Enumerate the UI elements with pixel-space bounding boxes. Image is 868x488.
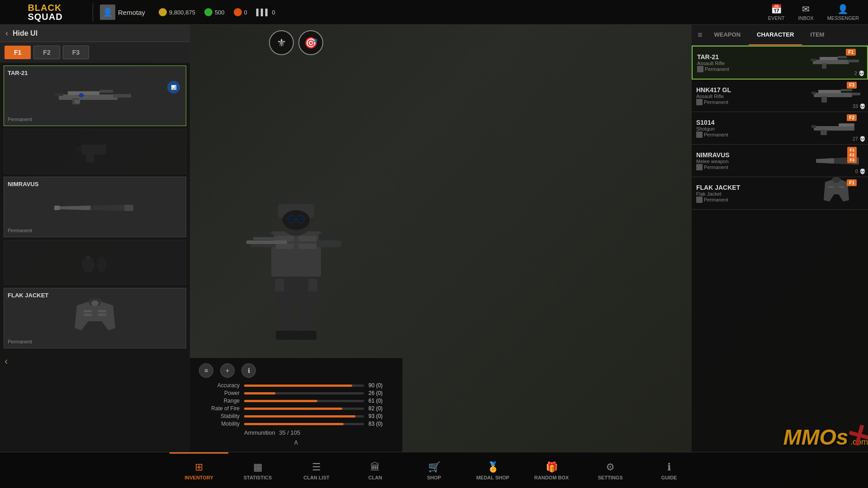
random-box-label: RANDOM BOX <box>534 475 569 480</box>
weapon-list-item[interactable]: NIMRAVUS Melee weapon Permanent F1F2F3 0… <box>692 145 868 177</box>
svg-rect-46 <box>296 331 316 340</box>
weapon-list-item[interactable]: S1014 Shotgun Permanent F2 27 💀 <box>692 112 868 145</box>
we-info: NIMRAVUS Melee weapon Permanent <box>696 151 809 170</box>
slot-tab-f1[interactable]: F1 <box>5 46 31 59</box>
weapon-list: TAR-21 Assault Rifle Permanent F1 2 💀 HN… <box>692 46 868 210</box>
stat-bar-fill <box>244 400 317 402</box>
weapon-list-item[interactable]: TAR-21 Assault Rifle Permanent F1 2 💀 <box>692 46 868 80</box>
stat-label: Stability <box>199 413 240 419</box>
stat-tab-list[interactable]: ≡ <box>199 363 213 378</box>
kill-count: 0 💀 <box>855 169 866 174</box>
top-bar: BLACK SQUAD 👤 Remotay 9,800,875 500 0 ▌▌… <box>0 0 868 25</box>
svg-rect-53 <box>811 59 816 61</box>
stat-value: 90 (0) <box>368 382 393 389</box>
we-name: TAR-21 <box>697 53 808 61</box>
left-bottom-back[interactable]: ‹ <box>0 351 190 372</box>
we-type: Assault Rifle <box>696 94 809 99</box>
kill-count-row: 2 💀 <box>854 70 865 76</box>
svg-rect-57 <box>841 89 852 91</box>
bn-settings[interactable]: ⚙ SETTINGS <box>581 452 640 488</box>
stat-bar-fill <box>244 392 275 394</box>
clan-label: CLAN <box>368 475 382 480</box>
scroll-arrow[interactable]: ∧ <box>199 438 393 446</box>
svg-rect-54 <box>848 60 859 62</box>
bn-clan-list[interactable]: ☰ CLAN LIST <box>287 452 346 488</box>
svg-rect-27 <box>298 236 316 241</box>
stat-row: Accuracy 90 (0) <box>199 382 393 389</box>
rp-tab-weapon[interactable]: WEAPON <box>706 25 749 45</box>
stat-value: 82 (0) <box>368 405 393 412</box>
slot-tab-f3[interactable]: F3 <box>63 46 89 59</box>
slot-tabs: F1 F2 F3 <box>0 42 190 63</box>
avatar: 👤 <box>100 5 115 20</box>
weapon-slot-nimravus[interactable]: NIMRAVUS Permanent <box>4 177 186 237</box>
medal-shop-icon: 🏅 <box>487 461 499 473</box>
event-icon: 📅 <box>771 4 782 14</box>
stat-tab-info[interactable]: ℹ <box>241 363 256 378</box>
svg-rect-63 <box>821 130 827 135</box>
bn-random-box[interactable]: 🎁 RANDOM BOX <box>522 452 581 488</box>
we-name: NIMRAVUS <box>696 151 809 159</box>
back-button[interactable]: ‹ <box>5 28 8 38</box>
weapon-list-item[interactable]: FLAK JACKET Flak Jacket Permanent F1 <box>692 177 868 210</box>
stat-tab-add[interactable]: + <box>220 363 235 378</box>
stat-bar-fill <box>244 408 342 410</box>
weapon-slot-tar21[interactable]: TAR-21 📊 Permanent <box>4 66 186 126</box>
messenger-button[interactable]: 👤 MESSENGER <box>827 4 859 21</box>
ws-nimravus-name: NIMRAVUS <box>8 181 182 188</box>
permanent-icon <box>696 131 703 138</box>
permanent-icon <box>697 66 703 72</box>
svg-rect-8 <box>75 100 80 103</box>
we-permanent: Permanent <box>696 164 809 170</box>
kill-count-row: 33 💀 <box>853 103 866 109</box>
weapon-list-item[interactable]: HNK417 GL Assault Rifle Permanent F3 33 … <box>692 80 868 112</box>
svg-rect-4 <box>54 93 63 96</box>
stat-value: 61 (0) <box>368 398 393 404</box>
we-info: S1014 Shotgun Permanent <box>696 119 809 138</box>
clan-list-icon: ☰ <box>312 461 321 473</box>
svg-rect-59 <box>811 92 816 94</box>
random-box-icon: 🎁 <box>546 461 558 473</box>
ws-image: 📊 <box>8 79 182 115</box>
rp-tab-item[interactable]: ITEM <box>802 25 832 45</box>
shop-label: SHOP <box>427 475 441 480</box>
kill-count: 27 💀 <box>853 136 866 142</box>
stat-bar-bg <box>244 423 364 425</box>
stat-rows: Accuracy 90 (0) Power 26 (0) Range 61 (0… <box>199 382 393 427</box>
ws-nimravus-permanent: Permanent <box>8 228 182 233</box>
bn-guide[interactable]: ℹ GUIDE <box>640 452 698 488</box>
svg-point-23 <box>91 300 99 306</box>
slot-tab-f2[interactable]: F2 <box>33 46 60 59</box>
inbox-icon: ✉ <box>802 4 810 14</box>
inbox-button[interactable]: ✉ INBOX <box>798 4 813 21</box>
stat-row: Power 26 (0) <box>199 390 393 396</box>
stat-value: 93 (0) <box>368 413 393 419</box>
character-svg <box>228 170 364 342</box>
char-badges: ⚜ 🎯 <box>269 25 323 61</box>
weapon-slot-flakjacket[interactable]: FLAK JACKET Permanent <box>4 288 186 348</box>
statistics-icon: ▦ <box>253 461 263 473</box>
event-button[interactable]: 📅 EVENT <box>768 4 785 21</box>
watermark: MMOs .com ✕ <box>783 425 868 450</box>
svg-rect-21 <box>98 310 106 312</box>
bn-medal-shop[interactable]: 🏅 MEDAL SHOP <box>463 452 522 488</box>
svg-marker-66 <box>816 158 834 164</box>
bn-shop[interactable]: 🛒 SHOP <box>405 452 463 488</box>
clan-list-label: CLAN LIST <box>303 475 329 480</box>
stat-value: 83 (0) <box>368 421 393 427</box>
rp-filter-icon[interactable]: ≡ <box>694 27 706 43</box>
svg-rect-22 <box>98 314 106 316</box>
svg-rect-55 <box>814 93 852 97</box>
svg-rect-41 <box>246 240 287 244</box>
svg-rect-43 <box>278 295 294 335</box>
weapon-slot-grenade[interactable] <box>4 240 186 285</box>
we-type: Shotgun <box>696 126 809 131</box>
ws-flak-image <box>8 301 182 337</box>
bn-inventory[interactable]: ⊞ INVENTORY <box>170 452 228 488</box>
rp-tab-character[interactable]: CHARACTER <box>749 25 802 45</box>
gold-icon <box>159 8 167 16</box>
left-panel-header: ‹ Hide UI <box>0 25 190 42</box>
bn-statistics[interactable]: ▦ STATISTICS <box>228 452 287 488</box>
weapon-slot-pistol[interactable] <box>4 129 186 174</box>
bn-clan[interactable]: 🏛 CLAN <box>346 452 405 488</box>
